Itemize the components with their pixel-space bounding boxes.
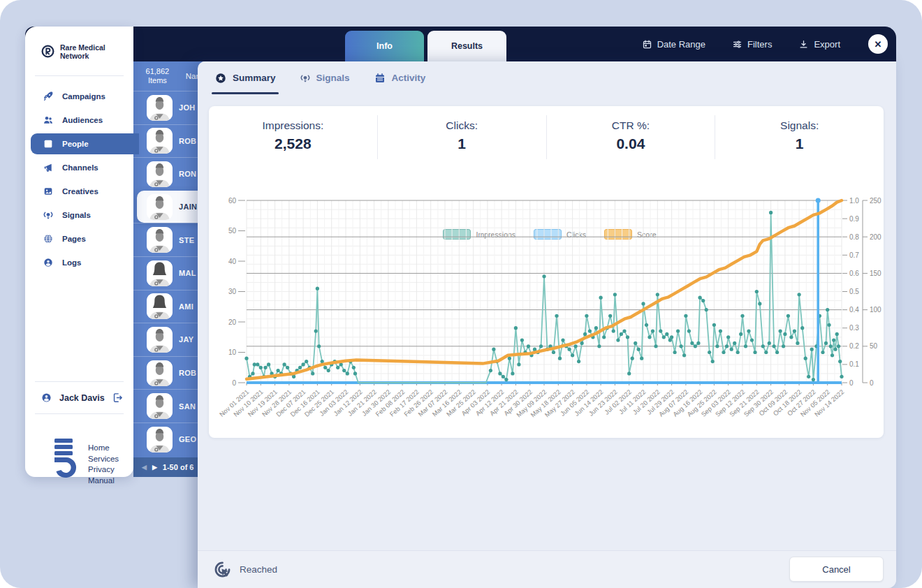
sidebar-item-logs[interactable]: Logs	[25, 252, 133, 273]
tab-info[interactable]: Info	[345, 31, 424, 61]
brand-name: Rare Medical Network	[60, 43, 133, 60]
reached-label: Reached	[240, 564, 277, 575]
chart-area: ImpressionsClicksScore 010203040506000.1…	[217, 229, 882, 433]
stat-value: 1	[378, 135, 546, 152]
stat-value: 1	[715, 135, 884, 152]
modal-footer: Reached Cancel	[198, 550, 896, 588]
stat-value: 0.04	[547, 135, 715, 152]
sidebar-item-signals[interactable]: Signals	[25, 205, 133, 226]
top-actions: Date RangeFiltersExport	[642, 27, 840, 61]
tab-results[interactable]: Results	[427, 31, 506, 61]
stat-value: 2,528	[209, 135, 377, 152]
svg-text:20: 20	[228, 318, 237, 326]
footer-link-services[interactable]: Services	[88, 454, 119, 464]
avatar	[147, 161, 173, 187]
avatar	[147, 260, 173, 286]
person-row-jay[interactable]: JAY	[133, 323, 203, 356]
svg-text:250: 250	[870, 197, 881, 205]
person-row-rob[interactable]: ROB	[133, 356, 203, 390]
summary-card: Impressions: 2,528Clicks: 1CTR %: 0.04Si…	[209, 106, 884, 438]
cancel-button[interactable]: Cancel	[789, 557, 884, 582]
person-name: JAIN	[179, 203, 197, 211]
avatar	[147, 194, 173, 220]
user-row[interactable]: Jack Davis	[25, 381, 133, 414]
sidebar-item-campaigns[interactable]: Campaigns	[25, 86, 133, 107]
sidebar-item-pages[interactable]: Pages	[25, 228, 133, 249]
person-name: SAN	[179, 402, 196, 411]
svg-text:30: 30	[228, 288, 237, 295]
items-count: 61,862Items	[133, 67, 177, 85]
metrics-chart: 010203040506000.10.20.30.40.50.60.70.80.…	[217, 184, 882, 425]
creatives-icon	[42, 186, 54, 197]
divider	[35, 413, 124, 414]
svg-text:0.5: 0.5	[849, 288, 859, 295]
reached-status: Reached	[198, 560, 277, 579]
sidebar-item-creatives[interactable]: Creatives	[25, 181, 133, 202]
footer-link-privacy[interactable]: Privacy	[88, 464, 119, 475]
modal-tabs: SummarySignalsActivity	[198, 61, 896, 94]
person-row-joh[interactable]: JOH	[133, 91, 203, 124]
sidebar-item-people[interactable]: People	[31, 133, 139, 154]
person-name: STE	[179, 236, 194, 244]
close-icon[interactable]: ✕	[868, 34, 888, 54]
svg-text:0.2: 0.2	[849, 342, 859, 350]
tab-signals[interactable]: Signals	[300, 61, 350, 94]
person-row-ron[interactable]: RON	[133, 157, 203, 191]
download-icon	[798, 39, 809, 50]
stat-clicks: Clicks: 1	[378, 115, 547, 159]
calendar-icon	[642, 39, 652, 50]
svg-text:10: 10	[228, 348, 237, 356]
svg-text:0.6: 0.6	[849, 270, 859, 277]
person-row-jain[interactable]: JAIN	[137, 191, 203, 223]
person-name: ROB	[179, 137, 196, 145]
stat-label: Impressions:	[209, 119, 377, 132]
avatar	[147, 95, 173, 121]
svg-text:200: 200	[870, 233, 881, 241]
svg-text:0.4: 0.4	[849, 306, 859, 314]
signals-icon	[42, 210, 54, 221]
results-modal: SummarySignalsActivity Impressions: 2,52…	[198, 61, 896, 588]
avatar	[147, 393, 173, 419]
avatar	[147, 227, 173, 253]
avatar	[147, 327, 173, 353]
footer-links: HomeServicesPrivacyManual	[88, 443, 119, 485]
divider	[35, 75, 124, 76]
user-name: Jack Davis	[59, 393, 105, 403]
brand: Rare Medical Network	[25, 27, 133, 60]
stat-signals: Signals: 1	[715, 115, 884, 159]
person-row-san[interactable]: SAN	[133, 389, 203, 422]
tab-activity[interactable]: Activity	[374, 61, 426, 94]
filters-button[interactable]: Filters	[732, 39, 772, 50]
avatar	[147, 293, 173, 319]
logs-icon	[42, 257, 54, 268]
date-range-button[interactable]: Date Range	[642, 39, 705, 50]
footer-link-home[interactable]: Home	[88, 443, 119, 453]
channels-icon	[42, 162, 54, 173]
person-name: AMI	[179, 302, 193, 311]
avatar	[147, 128, 173, 154]
footer-link-manual[interactable]: Manual	[88, 476, 119, 486]
sidebar-item-audiences[interactable]: Audiences	[25, 110, 133, 131]
svg-text:50: 50	[228, 227, 237, 235]
person-row-mal[interactable]: MAL	[133, 256, 203, 290]
stat-label: CTR %:	[547, 119, 715, 132]
person-row-ami[interactable]: AMI	[133, 290, 203, 323]
pages-icon	[42, 233, 54, 244]
stat-ctr: CTR %: 0.04	[547, 115, 716, 159]
pagination-label: 1-50 of 6	[163, 463, 194, 471]
person-row-rob[interactable]: ROB	[133, 124, 203, 158]
svg-text:0: 0	[232, 379, 236, 387]
logout-icon[interactable]	[112, 392, 124, 404]
svg-text:150: 150	[870, 270, 881, 277]
avatar	[147, 360, 173, 386]
audiences-icon	[42, 115, 54, 126]
tab-summary[interactable]: Summary	[214, 61, 276, 94]
svg-text:0.7: 0.7	[849, 251, 859, 259]
svg-text:0.8: 0.8	[849, 233, 859, 241]
person-name: RON	[179, 170, 196, 178]
people-list-panel: 61,862Items Nam JOH ROB RON JAIN STE MAL…	[133, 61, 203, 477]
export-button[interactable]: Export	[798, 39, 840, 50]
sidebar-item-channels[interactable]: Channels	[25, 157, 133, 178]
person-name: JAY	[179, 335, 193, 344]
person-row-ste[interactable]: STE	[133, 223, 203, 256]
